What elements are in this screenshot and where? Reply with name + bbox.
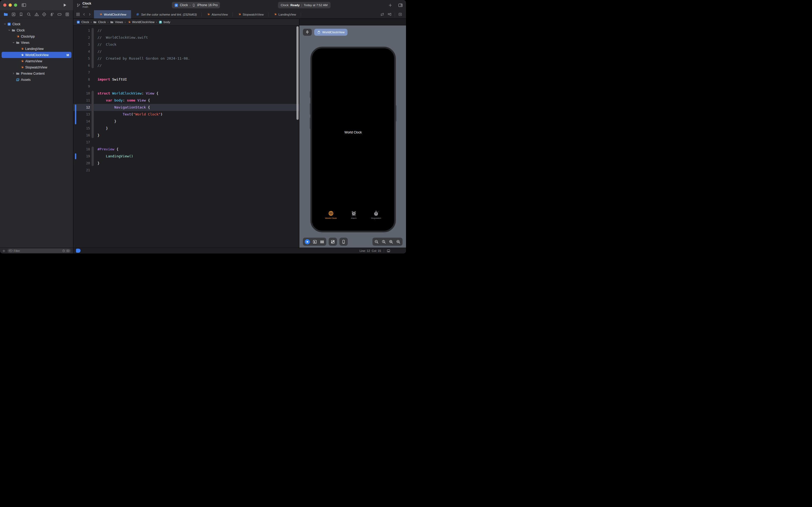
jumpbar-item-clock[interactable]: Clock	[76, 20, 89, 24]
inspector-toggle-icon[interactable]	[398, 3, 403, 7]
navigator-toggle-icon[interactable]	[21, 3, 26, 7]
zoom-button[interactable]	[14, 3, 17, 7]
minimize-button[interactable]	[9, 3, 12, 7]
debug-navigator-icon[interactable]	[50, 12, 54, 17]
line-number[interactable]: 7	[73, 69, 90, 76]
debug-area-toggle-icon[interactable]	[387, 249, 391, 253]
tab-worldclockview[interactable]: WorldClockView	[94, 10, 131, 18]
breakpoint-chip[interactable]	[76, 249, 80, 253]
line-number[interactable]: 2	[73, 34, 90, 41]
zoom-out-button[interactable]	[374, 239, 379, 244]
zoom-in-button[interactable]	[396, 239, 401, 244]
line-text: }	[98, 125, 108, 132]
device-bezel-button[interactable]	[341, 239, 346, 244]
filter-options-icon[interactable]	[9, 249, 13, 252]
breakpoints-navigator-icon[interactable]	[57, 12, 62, 17]
titlebar-left	[0, 0, 73, 10]
project-branch[interactable]: Clock main	[76, 2, 91, 8]
forward-icon[interactable]	[88, 12, 91, 16]
tree-item-label: AlarmsView	[25, 59, 42, 63]
bookmarks-navigator-icon[interactable]	[19, 12, 23, 17]
tab-alarmsview[interactable]: AlarmsView	[201, 10, 233, 18]
jumpbar-item-body[interactable]: body	[159, 20, 170, 24]
project-navigator-icon[interactable]	[3, 12, 8, 17]
issues-navigator-icon[interactable]	[35, 12, 39, 17]
run-button[interactable]	[62, 3, 67, 7]
line-number[interactable]: 3	[73, 41, 90, 48]
line-number[interactable]: 15	[73, 125, 90, 132]
selectable-mode-button[interactable]	[312, 239, 317, 244]
disclosure-right-icon[interactable]	[12, 72, 15, 75]
zoom-fit-button[interactable]	[389, 239, 393, 244]
app-tab-alarm[interactable]: Alarm	[351, 211, 357, 219]
alarm-icon	[351, 211, 357, 216]
scm-filter-icon[interactable]	[66, 249, 69, 252]
tab-set-the-color-scheme-and-tint-[interactable]: Set the color scheme and tint. (2326d63)	[131, 10, 201, 18]
line-number[interactable]: 1	[73, 27, 90, 34]
line-number[interactable]: 11	[73, 97, 90, 104]
tree-item-views[interactable]: Views	[2, 40, 71, 46]
app-tab-world-clock[interactable]: World Clock	[325, 211, 337, 219]
jumpbar-item-views[interactable]: Views	[110, 20, 123, 24]
line-number[interactable]: 10	[73, 90, 90, 97]
tree-item-landingview[interactable]: LandingView	[2, 46, 71, 52]
source-change-bar[interactable]	[75, 153, 76, 159]
line-number[interactable]: 5	[73, 55, 90, 62]
tree-item-stopwatchview[interactable]: StopwatchView	[2, 64, 71, 70]
app-tab-stopwatch[interactable]: Stopwatch	[371, 211, 381, 219]
code-area[interactable]: 1//2// WorldClockView.swift3// Clock4//5…	[73, 25, 299, 247]
tab-stopwatchview[interactable]: StopwatchView	[233, 10, 269, 18]
xcode-window: Clock main Clock › iPhone 16 Pro Clock:R…	[0, 0, 406, 253]
tests-navigator-icon[interactable]	[42, 12, 47, 17]
source-control-navigator-icon[interactable]	[11, 12, 16, 17]
pin-preview-button[interactable]	[303, 29, 312, 36]
disclosure-down-icon[interactable]	[12, 41, 15, 44]
tab-landingview[interactable]: LandingView	[269, 10, 301, 18]
recents-filter-icon[interactable]	[62, 249, 65, 252]
source-change-bar[interactable]	[75, 105, 76, 124]
library-add-icon[interactable]	[388, 3, 392, 7]
swap-editor-icon[interactable]	[380, 12, 384, 16]
add-file-icon[interactable]	[2, 249, 6, 252]
scheme-selector[interactable]: Clock › iPhone 16 Pro	[172, 2, 220, 8]
line-number[interactable]: 20	[73, 160, 90, 167]
close-button[interactable]	[3, 3, 6, 7]
line-number[interactable]: 9	[73, 83, 90, 90]
zoom-100-button[interactable]	[382, 239, 386, 244]
tree-item-preview-content[interactable]: Preview Content	[2, 70, 71, 76]
back-icon[interactable]	[82, 12, 85, 16]
variants-mode-button[interactable]	[320, 239, 325, 244]
line-number[interactable]: 17	[73, 139, 90, 146]
tree-item-clock[interactable]: Clock	[2, 27, 71, 33]
tree-item-clockapp[interactable]: ClockApp	[2, 33, 71, 40]
jumpbar-item-worldclockview[interactable]: WorldClockView	[127, 20, 155, 24]
editor-scrollbar[interactable]	[296, 26, 299, 120]
line-number[interactable]: 21	[73, 167, 90, 174]
tree-item-worldclockview[interactable]: WorldClockViewM	[2, 52, 71, 58]
tree-item-assets[interactable]: Assets	[2, 76, 71, 83]
related-items-icon[interactable]	[76, 12, 80, 16]
line-number[interactable]: 16	[73, 132, 90, 139]
preview-target-pill[interactable]: WorldClockView	[314, 29, 347, 36]
line-number[interactable]: 6	[73, 62, 90, 69]
line-number[interactable]: 4	[73, 48, 90, 55]
reports-navigator-icon[interactable]	[65, 12, 69, 17]
device-settings-button[interactable]	[331, 239, 335, 244]
filter-field[interactable]	[7, 249, 71, 253]
line-number[interactable]: 8	[73, 76, 90, 83]
tree-item-clock[interactable]: Clock	[2, 21, 71, 27]
line-number[interactable]: 18	[73, 146, 90, 153]
disclosure-down-icon[interactable]	[8, 29, 10, 32]
add-editor-icon[interactable]	[398, 12, 402, 16]
activity-status[interactable]: Clock:Ready|Today at 7:52 AM	[278, 2, 331, 8]
swift-icon	[273, 13, 277, 16]
tree-item-alarmsview[interactable]: AlarmsView	[2, 58, 71, 64]
line-col-indicator: Line: 12 Col: 15	[359, 249, 381, 252]
disclosure-down-icon[interactable]	[4, 23, 6, 25]
filter-input[interactable]	[14, 249, 61, 252]
find-navigator-icon[interactable]	[26, 12, 31, 17]
phone-screen[interactable]: World Clock World ClockAlarmStopwatch	[312, 48, 394, 231]
editor-options-icon[interactable]	[388, 12, 392, 16]
live-preview-play-button[interactable]	[305, 239, 310, 244]
jumpbar-item-clock[interactable]: Clock	[93, 20, 106, 24]
